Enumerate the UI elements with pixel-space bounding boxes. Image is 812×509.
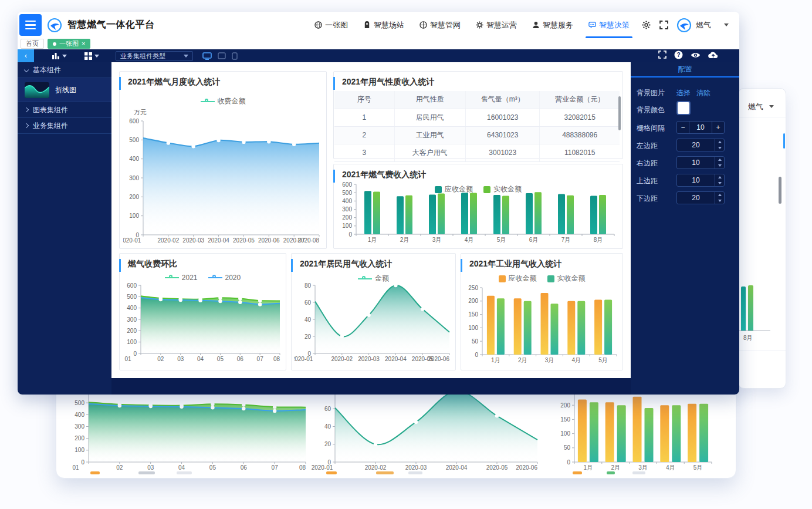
decrement-button[interactable]: − (677, 122, 689, 133)
title-accent (119, 77, 121, 90)
chevron-down-icon (769, 105, 774, 108)
spin-down-button[interactable] (715, 198, 724, 204)
title-accent (291, 259, 293, 272)
org-label: 燃气 (696, 20, 711, 31)
sidebar-group-basic[interactable]: 基本组件 (18, 62, 111, 78)
desktop-icon[interactable] (202, 52, 212, 60)
svg-text:5月: 5月 (693, 464, 703, 471)
svg-text:300: 300 (129, 175, 139, 181)
settings-gear-icon[interactable] (637, 12, 655, 38)
svg-text:5月: 5月 (598, 357, 608, 363)
area-chart-resident-income: 0204060802020-012020-022020-032020-04202… (294, 282, 454, 371)
svg-text:600: 600 (129, 118, 139, 124)
chart-title: 2021年用气性质收入统计 (342, 77, 434, 87)
close-icon[interactable]: × (82, 41, 85, 47)
svg-text:2月: 2月 (400, 237, 410, 243)
collapse-sidebar-button[interactable]: ‹ (18, 49, 34, 62)
area-chart-monthly-income: 01002003004005006002020-012020-022020-03… (123, 116, 324, 251)
increment-button[interactable]: + (712, 122, 724, 133)
sidebar-item-line-chart[interactable]: 折线图 (18, 78, 111, 102)
sidebar-group-chartset[interactable]: 图表集组件 (18, 102, 111, 118)
chart-title: 2021年居民用气收入统计 (300, 259, 392, 269)
svg-text:08: 08 (273, 356, 280, 362)
org-selector[interactable]: 燃气 (692, 20, 739, 31)
legend-item[interactable]: 应收金额 (435, 184, 473, 194)
color-swatch-button[interactable] (676, 101, 691, 115)
fullscreen-icon[interactable] (655, 12, 672, 38)
spin-up-button[interactable] (715, 157, 724, 163)
tab-home[interactable]: 首页 (21, 39, 44, 49)
tablet-icon[interactable] (218, 52, 226, 59)
help-icon[interactable]: ? (674, 50, 683, 62)
spin-up-button[interactable] (715, 174, 724, 180)
legend-item[interactable]: 2021 (165, 274, 198, 282)
avatar-logo-icon[interactable] (676, 17, 692, 33)
editor-toolbar: ‹ 业务集组件类型 ? (18, 49, 739, 62)
card-resident-income: 2021年居民用气收入统计 金额 0204060802020-012020-02… (291, 253, 456, 370)
spin-up-button[interactable] (715, 192, 724, 198)
scrollbar-accent[interactable] (783, 133, 785, 149)
bg-partial-bar-teal (741, 286, 746, 331)
legend-item[interactable]: 收费金额 (201, 96, 246, 106)
spin-down-button[interactable] (715, 163, 724, 168)
divider (739, 117, 786, 117)
margin-bottom-input[interactable]: 20 (676, 191, 725, 204)
nav-item-map[interactable]: 一张图 (307, 12, 356, 38)
svg-text:2020-01: 2020-01 (312, 464, 333, 471)
legend-item[interactable]: 实收金额 (547, 274, 586, 284)
svg-text:2020-03: 2020-03 (358, 356, 380, 362)
nav-item-station[interactable]: 智慧场站 (356, 12, 412, 38)
sidebar-group-business[interactable]: 业务集组件 (18, 118, 111, 134)
scrollbar[interactable] (779, 177, 781, 204)
svg-text:2020-03: 2020-03 (182, 237, 204, 244)
legend-item[interactable]: 应收金额 (499, 274, 537, 284)
margin-top-input[interactable]: 10 (676, 174, 725, 187)
chart-component-menu[interactable] (52, 52, 67, 59)
svg-text:400: 400 (127, 305, 137, 311)
nav-item-network[interactable]: 智慧管网 (412, 12, 468, 38)
select-image-link[interactable]: 选择 (676, 88, 691, 98)
svg-text:400: 400 (75, 412, 84, 418)
nav-item-operation[interactable]: 智慧运营 (468, 12, 525, 38)
svg-text:7月: 7月 (561, 237, 571, 243)
phone-icon[interactable] (232, 52, 238, 60)
legend-item[interactable]: 实收金额 (483, 184, 522, 194)
table-row[interactable]: 1 居民用气 16001023 32082015 (334, 109, 620, 126)
table-row[interactable]: 3 大客户用气 3001023 11082015 (334, 144, 620, 161)
hamburger-menu-button[interactable] (19, 14, 42, 36)
svg-text:600: 600 (127, 282, 137, 289)
config-tab[interactable]: 配置 (631, 62, 739, 77)
spin-down-button[interactable] (715, 180, 724, 186)
table-row[interactable]: 2 工业用气 64301023 488388096 (334, 126, 620, 144)
table-scrollbar[interactable] (618, 96, 621, 130)
margin-right-input[interactable]: 10 (676, 156, 725, 169)
nav-item-service[interactable]: 智慧服务 (525, 12, 581, 38)
component-type-select[interactable]: 业务集组件类型 (116, 51, 193, 61)
tab-strip: 首页 一张图 × (18, 38, 739, 49)
tab-map[interactable]: 一张图 × (48, 39, 90, 49)
svg-text:05: 05 (217, 356, 224, 362)
spin-down-button[interactable] (715, 145, 724, 151)
svg-text:08: 08 (299, 464, 306, 471)
fullscreen-canvas-icon[interactable] (658, 50, 666, 61)
nav-item-decision[interactable]: 智慧决策 (581, 12, 637, 38)
svg-text:05: 05 (209, 464, 216, 471)
publish-cloud-icon[interactable] (708, 50, 718, 61)
svg-text:0: 0 (567, 459, 570, 466)
svg-text:100: 100 (75, 447, 84, 453)
margin-left-input[interactable]: 20 (676, 139, 725, 151)
preview-eye-icon[interactable] (691, 50, 701, 61)
app-window: 智慧燃气一体化平台 一张图 智慧场站 智慧管网 智慧运营 智慧服务 (18, 12, 739, 395)
bg-partial-axis (739, 331, 770, 331)
line-legend-icon (165, 275, 179, 281)
clear-image-link[interactable]: 清除 (696, 88, 710, 98)
svg-text:2020-06: 2020-06 (516, 464, 537, 471)
layout-component-menu[interactable] (84, 52, 99, 60)
spin-up-button[interactable] (715, 139, 724, 145)
svg-text:0: 0 (133, 350, 137, 357)
svg-text:04: 04 (178, 464, 185, 471)
chevron-down-icon (724, 23, 729, 26)
legend-item[interactable]: 2020 (208, 274, 241, 282)
bar-legend-icon (499, 275, 506, 282)
grid-gap-value[interactable]: 10 (689, 122, 712, 133)
